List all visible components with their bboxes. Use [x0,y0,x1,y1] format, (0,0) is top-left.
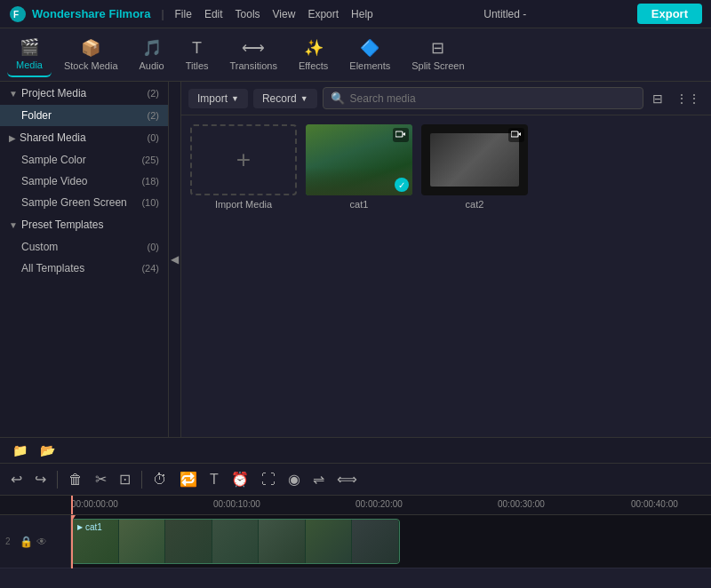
thumb-4 [212,520,260,563]
sidebar-item-folder[interactable]: Folder (2) [0,105,168,126]
sidebar: ▼ Project Media (2) Folder (2) ▶ Shared … [0,82,169,437]
playback-button[interactable]: ⏱ [149,470,171,489]
main-toolbar: 🎬 Media 📦 Stock Media 🎵 Audio T Titles ⟷… [0,28,711,82]
svg-rect-2 [395,131,403,137]
svg-text:F: F [13,10,19,20]
thumb-7 [352,520,399,563]
topbar-left: F Wondershare Filmora | File Edit Tools … [9,5,373,23]
sidebar-item-sample-color[interactable]: Sample Color (25) [0,149,168,171]
toolbar-elements[interactable]: 🔷 Elements [340,33,399,76]
clip-label: ▶ cat1 [77,522,102,532]
app-logo-icon: F [9,5,27,23]
track-visibility-button[interactable]: 👁 [36,536,47,548]
timeline-toolbar: ↩ ↪ 🗑 ✂ ⊡ ⏱ 🔁 T ⏰ ⛶ ◉ ⇌ ⟺ [0,464,711,496]
elements-icon: 🔷 [360,38,379,58]
open-folder-button[interactable]: 📂 [36,441,59,459]
search-input[interactable] [350,92,635,105]
chevron-down-icon: ▼ [9,89,18,99]
search-icon: 🔍 [331,91,345,105]
document-title: Untitled - [483,8,526,20]
audio-mix-button[interactable]: ⇌ [309,469,328,489]
undo-button[interactable]: ↩ [7,469,26,489]
playhead-ruler [71,496,73,514]
split-screen-icon: ⊟ [431,38,444,58]
main-area: ▼ Project Media (2) Folder (2) ▶ Shared … [0,82,711,437]
sidebar-item-sample-green-screen[interactable]: Sample Green Screen (10) [0,192,168,213]
new-folder-icon: 📁 [12,443,28,457]
playhead-line [71,515,73,568]
track-controls-1: 2 🔒 👁 [0,515,70,568]
trash-icon: 🗑 [68,472,83,487]
import-media-item[interactable]: + Import Media [190,124,297,210]
delete-button[interactable]: 🗑 [65,470,86,489]
plus-icon: + [236,146,251,174]
track-lock-button[interactable]: 🔒 [20,536,33,548]
timeline-section: ↩ ↪ 🗑 ✂ ⊡ ⏱ 🔁 T ⏰ ⛶ ◉ ⇌ ⟺ 00:00:00:00 00… [0,464,711,568]
timeline-ruler: 00:00:00:00 00:00:10:00 00:00:20:00 00:0… [0,496,711,515]
clip-play-icon: ▶ [77,523,83,531]
redo-button[interactable]: ↪ [31,469,50,489]
menu-help[interactable]: Help [351,8,373,20]
topbar-menus: File Edit Tools View Export Help [175,8,373,20]
sidebar-shared-media-header[interactable]: ▶ Shared Media (0) [0,126,168,149]
import-button[interactable]: Import ▼ [188,89,248,108]
cat2-thumbnail[interactable] [421,124,528,195]
open-folder-icon: 📂 [40,443,55,457]
thumb-2 [119,520,166,563]
history-button[interactable]: ⏰ [228,469,252,489]
video-clip-cat1[interactable]: ▶ cat1 [71,519,400,564]
text-button[interactable]: T [206,470,222,489]
loop-icon: 🔁 [180,472,197,487]
sidebar-item-sample-video[interactable]: Sample Video (18) [0,171,168,192]
media-item-cat1[interactable]: ✓ cat1 [306,124,412,210]
content-toolbar: Import ▼ Record ▼ 🔍 ⊟ ⋮⋮ [181,82,711,115]
topbar: F Wondershare Filmora | File Edit Tools … [0,0,711,28]
media-item-cat2[interactable]: cat2 [421,124,528,210]
eye-icon: 👁 [36,536,47,548]
toolbar-effects[interactable]: ✨ Effects [290,33,337,76]
grid-view-button[interactable]: ⋮⋮ [672,91,704,106]
fullscreen-button[interactable]: ⛶ [258,470,279,489]
sidebar-item-all-templates[interactable]: All Templates (24) [0,258,168,279]
timeline-tracks-left: 2 🔒 👁 [0,515,71,568]
text-icon: T [210,472,219,487]
color-button[interactable]: ◉ [284,469,304,489]
transitions-icon: ⟷ [242,38,265,58]
sidebar-preset-templates-header[interactable]: ▼ Preset Templates [0,213,168,236]
menu-edit[interactable]: Edit [204,8,223,20]
toolbar-titles[interactable]: T Titles [177,34,218,76]
sidebar-collapse-button[interactable]: ◀ [169,82,181,437]
cat1-thumbnail[interactable]: ✓ [306,124,412,195]
new-folder-button[interactable]: 📁 [9,441,31,459]
sync-icon: ⟺ [337,472,357,487]
divider1 [57,471,58,489]
redo-icon: ↪ [35,472,46,487]
menu-export[interactable]: Export [308,8,339,20]
titles-icon: T [192,39,202,58]
sidebar-project-media-header[interactable]: ▼ Project Media (2) [0,82,168,105]
sync-button[interactable]: ⟺ [333,469,361,489]
record-dropdown-icon: ▼ [300,94,308,103]
menu-tools[interactable]: Tools [236,8,260,20]
toolbar-audio[interactable]: 🎵 Audio [131,33,173,76]
app-brand: Wondershare Filmora [32,7,150,20]
import-placeholder[interactable]: + [190,124,297,195]
filter-button[interactable]: ⊟ [649,91,667,106]
loop-button[interactable]: 🔁 [176,469,201,489]
record-button[interactable]: Record ▼ [253,89,317,108]
toolbar-media[interactable]: 🎬 Media [7,32,52,77]
clip-thumbnail-strip [72,520,399,563]
menu-file[interactable]: File [175,8,192,20]
sidebar-item-custom[interactable]: Custom (0) [0,236,168,258]
crop-button[interactable]: ⊡ [116,469,134,489]
menu-view[interactable]: View [273,8,296,20]
track-content-1: ▶ cat1 [71,515,711,568]
cut-button[interactable]: ✂ [92,469,110,489]
toolbar-transitions[interactable]: ⟷ Transitions [221,33,286,76]
export-button[interactable]: Export [637,4,702,24]
search-box: 🔍 [323,87,643,109]
toolbar-stock-media[interactable]: 📦 Stock Media [55,33,127,76]
cat1-selected-check: ✓ [395,178,409,192]
toolbar-split-screen[interactable]: ⊟ Split Screen [403,33,473,76]
track-number: 2 [5,536,16,546]
